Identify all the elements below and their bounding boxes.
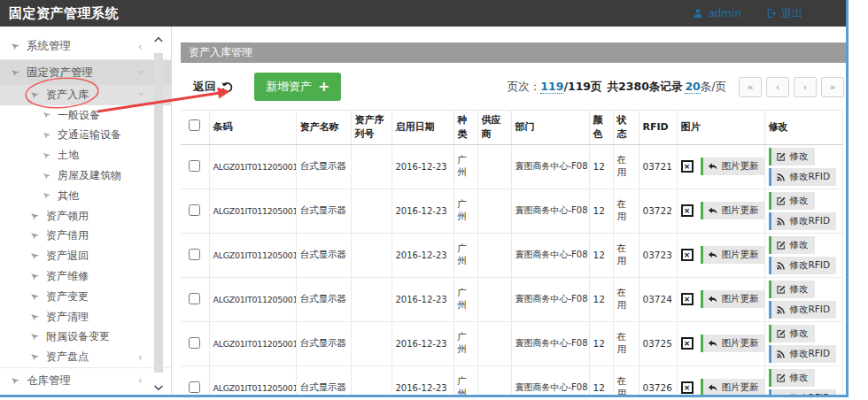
app-window: 固定资产管理系统 admin 退出 系统管理 固定资产管理 资产入库 [0,0,849,397]
modify-rfid-button[interactable]: 修改RFID [769,257,837,274]
sidebar-item[interactable]: 仓库管理 [0,367,171,393]
cell-barcode: ALGZ01IT0112050015 [209,188,296,233]
scrollbar-thumb[interactable] [154,53,163,373]
edit-pencil-icon [776,151,787,162]
cell-category: 广州 [453,365,477,397]
first-page-button[interactable]: « [739,77,762,97]
cell-modify: 修改 修改RFID [764,321,842,365]
sidebar-item-label: 固定资产管理 [27,65,93,81]
sidebar-item[interactable]: 资产领用 [0,206,171,227]
sidebar-scrollbar[interactable] [152,35,165,394]
cell-asset-name: 台式显示器 [296,321,351,365]
rss-icon [776,216,787,227]
back-button[interactable]: 返回 [188,78,239,96]
modify-button[interactable]: 修改 [769,325,815,342]
modify-button[interactable]: 修改 [769,369,815,387]
add-asset-button[interactable]: 新增资产 [254,73,341,101]
cell-serial [351,188,391,233]
row-checkbox[interactable] [189,249,200,260]
update-image-button[interactable]: 图片更新 [701,246,765,264]
cell-serial [351,233,391,277]
cell-picture: 图片更新 [677,321,764,365]
table-row: ALGZ01IT0112050018 台式显示器 2016-12-23 广州 寰… [181,321,842,365]
panel-title: 资产入库管理 [181,42,846,63]
sidebar-item[interactable]: 资产借用 [0,227,171,247]
back-label: 返回 [193,79,216,95]
cell-supplier [477,365,511,397]
cell-select [181,233,209,277]
next-page-button[interactable]: › [794,77,817,97]
broken-image-icon [681,381,694,394]
paper-plane-icon [43,151,51,160]
prev-page-button[interactable]: ‹ [766,77,789,97]
sidebar-item[interactable]: 系统管理 [0,34,171,59]
sidebar-item-label: 房屋及建筑物 [58,168,121,183]
cell-modify: 修改 修改RFID [764,144,842,188]
page-size-link[interactable]: 20 [685,80,700,94]
chevron-icon [135,70,146,74]
sidebar-item[interactable]: 资产维修 [0,266,171,287]
update-image-button[interactable]: 图片更新 [701,202,765,219]
cell-picture: 图片更新 [677,277,764,321]
sidebar-item[interactable]: 资产盘点 [0,347,171,367]
sidebar-item[interactable]: 房屋及建筑物 [0,165,171,186]
paper-plane-icon [30,352,40,362]
sidebar-item[interactable]: 其他 [0,186,171,206]
cell-start-date: 2016-12-23 [391,277,453,321]
sidebar-item[interactable]: 资产退回 [0,246,171,266]
modify-rfid-button[interactable]: 修改RFID [769,301,837,319]
row-checkbox[interactable] [189,293,200,304]
cell-color: 12 [589,321,613,365]
edit-pencil-icon [776,328,787,339]
chevron-icon [138,351,143,363]
scroll-down-icon[interactable] [153,384,164,392]
modify-button[interactable]: 修改 [769,192,815,210]
edit-pencil-icon [776,240,787,250]
logout-link[interactable]: 退出 [766,6,802,21]
modify-button[interactable]: 修改 [769,236,815,254]
cell-serial [351,321,391,365]
modify-rfid-button[interactable]: 修改RFID [769,212,837,230]
sidebar-item[interactable]: 附属设备变更 [0,327,171,348]
paper-plane-icon [30,90,40,100]
update-image-button[interactable]: 图片更新 [701,158,765,175]
cell-department: 寰图商务中心-F08 [511,188,589,233]
cell-barcode: ALGZ01IT0112050014 [209,144,296,188]
modify-button[interactable]: 修改 [769,281,815,298]
sidebar-item[interactable]: 交通运输设备 [0,126,171,146]
column-header: 供应商 [477,111,511,145]
sidebar-item[interactable]: 资产变更 [0,287,171,307]
update-image-button[interactable]: 图片更新 [701,290,765,308]
modify-button[interactable]: 修改 [769,148,815,165]
sidebar-item[interactable]: 固定资产管理 [0,59,171,85]
user-menu[interactable]: admin [693,6,741,21]
sidebar-item-label: 交通运输设备 [58,127,121,142]
cell-department: 寰图商务中心-F08 [511,365,589,397]
last-page-button[interactable]: » [821,77,844,97]
row-checkbox[interactable] [189,204,200,216]
modify-rfid-button[interactable]: 修改RFID [769,345,837,363]
select-all-checkbox[interactable] [189,119,200,131]
row-checkbox[interactable] [189,337,200,349]
scroll-up-icon[interactable] [153,35,164,43]
row-checkbox[interactable] [189,381,200,393]
sidebar-item[interactable]: 一般设备 [0,105,171,126]
chevron-icon [135,92,146,96]
cell-asset-name: 台式显示器 [296,144,351,188]
modify-rfid-label: 修改RFID [790,171,831,183]
cell-color: 12 [589,144,613,188]
modify-rfid-button[interactable]: 修改RFID [769,168,837,186]
update-image-button[interactable]: 图片更新 [701,335,765,352]
pagination-prefix: 页次： [508,80,541,95]
row-checkbox[interactable] [189,160,200,172]
sidebar-item[interactable]: 资产清理 [0,307,171,327]
edit-pencil-icon [776,196,787,206]
modify-label: 修改 [790,195,809,207]
table-header-row: 条码资产名称资产序列号启用日期种类供应商部门颜色状态RFID图片修改 [181,111,842,145]
modify-rfid-label: 修改RFID [790,348,831,360]
current-page-link[interactable]: 119 [540,80,563,94]
sidebar-item[interactable]: 资产入库 [0,85,171,105]
sidebar-item[interactable]: 土地 [0,145,171,165]
app-body: 系统管理 固定资产管理 资产入库 一般设备 交通运输设备 土地 房屋及建筑物 其… [0,27,849,397]
cell-select [181,144,209,188]
